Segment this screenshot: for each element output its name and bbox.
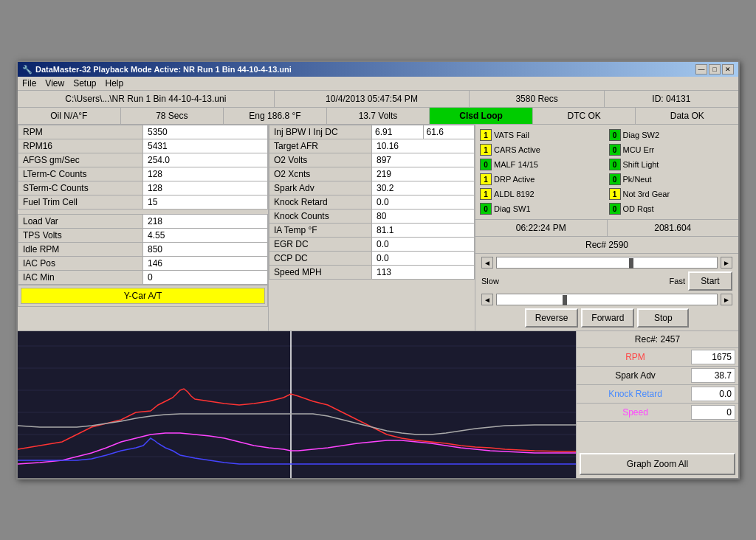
info-row-2: Oil N/A°F 78 Secs Eng 186.8 °F 13.7 Volt… xyxy=(18,108,738,125)
close-btn[interactable]: ✕ xyxy=(722,64,734,75)
row-value: 113 xyxy=(372,266,475,280)
y-car-row: Y-Car A/T xyxy=(18,285,268,307)
forward-button[interactable]: Forward xyxy=(581,308,634,328)
secs-cell: 78 Secs xyxy=(121,108,224,124)
seek-left-btn[interactable]: ◄ xyxy=(481,257,493,269)
indicator-label: Diag SW2 xyxy=(623,131,660,139)
indicator-right: 0Diag SW20MCU Err0Shift Light0Pk/Neut1No… xyxy=(608,128,736,216)
start-button[interactable]: Start xyxy=(688,271,732,291)
row-label: Knock Retard xyxy=(269,195,372,210)
row-value: 218 xyxy=(143,215,268,229)
chart-stat-item: Speed0 xyxy=(577,404,738,422)
table-row: AFGS gm/Sec254.0 xyxy=(18,153,268,167)
indicator-label: DRP Active xyxy=(494,175,535,184)
row-label: Target AFR xyxy=(269,139,372,153)
table-row: Knock Counts80 xyxy=(269,210,475,224)
row-value: 4.55 xyxy=(143,229,268,243)
reverse-button[interactable]: Reverse xyxy=(525,308,579,328)
table-row: O2 Xcnts219 xyxy=(269,167,475,181)
row-value: 0.0 xyxy=(372,252,475,266)
slow-label: Slow xyxy=(481,277,499,285)
indicator-box: 0 xyxy=(609,129,621,141)
datetime-cell: 10/4/2013 05:47:54 PM xyxy=(275,91,470,107)
row-value: 30.2 xyxy=(372,181,475,195)
table-row: Load Var218 xyxy=(18,215,268,229)
chart-stat-value: 38.7 xyxy=(691,368,735,383)
table-row: IA Temp °F81.1 xyxy=(269,224,475,238)
main-window: 🔧 DataMaster-32 Playback Mode Active: NR… xyxy=(16,60,740,480)
row-value: 10.16 xyxy=(372,139,475,153)
row-value: 0.0 xyxy=(372,195,475,210)
indicator-box: 0 xyxy=(609,173,621,185)
menu-view[interactable]: View xyxy=(45,78,64,89)
dtc-cell: DTC OK xyxy=(533,108,636,124)
chart-stat-label: RPM xyxy=(580,350,691,364)
table-row: O2 Volts897 xyxy=(269,153,475,167)
menu-help[interactable]: Help xyxy=(106,78,124,89)
row-value: 81.1 xyxy=(372,224,475,238)
speed-right-btn[interactable]: ► xyxy=(721,294,732,305)
row-label: Load Var xyxy=(18,215,143,229)
row-value: 254.0 xyxy=(143,153,268,167)
indicator-item: 0Diag SW1 xyxy=(478,201,607,216)
table-row: Spark Adv30.2 xyxy=(269,181,475,195)
chart-canvas xyxy=(18,331,576,478)
row-value: 146 xyxy=(143,257,268,271)
indicator-item: 0Pk/Neut xyxy=(608,172,736,187)
left-data-table2: Load Var218TPS Volts4.55Idle RPM850IAC P… xyxy=(18,214,268,285)
row-label: STerm-C Counts xyxy=(18,181,143,195)
table-row: Target AFR10.16 xyxy=(269,139,475,153)
indicator-box: 1 xyxy=(480,129,492,141)
row-label: IAC Pos xyxy=(18,257,143,271)
y-car-cell: Y-Car A/T xyxy=(21,288,265,304)
indicator-box: 1 xyxy=(480,144,492,156)
speed-slider[interactable] xyxy=(496,294,718,305)
row-value: 0.0 xyxy=(372,238,475,252)
seek-right-btn[interactable]: ► xyxy=(721,257,732,269)
oil-cell: Oil N/A°F xyxy=(18,108,121,124)
playback-area: ◄ ► Slow Fast Start ◄ xyxy=(475,254,738,330)
indicator-box: 0 xyxy=(609,159,621,170)
middle-panel: Inj BPW I Inj DC6.9161.6Target AFR10.16O… xyxy=(269,125,475,330)
minimize-btn[interactable]: — xyxy=(695,64,707,75)
row-value: 5350 xyxy=(143,125,268,139)
seek-slider[interactable] xyxy=(496,257,718,269)
row-label: CCP DC xyxy=(269,252,372,266)
time-cell: 06:22:24 PM xyxy=(475,220,608,236)
row-label: RPM xyxy=(18,125,143,139)
row-value: 0 xyxy=(143,271,268,285)
indicator-grid: 1VATS Fail1CARS Active0MALF 14/151DRP Ac… xyxy=(475,125,738,219)
row-label: EGR DC xyxy=(269,238,372,252)
row-label: Fuel Trim Cell xyxy=(18,195,143,210)
chart-stat-item: Spark Adv38.7 xyxy=(577,367,738,385)
indicator-item: 1Not 3rd Gear xyxy=(608,187,736,201)
speed-left-btn[interactable]: ◄ xyxy=(481,294,493,305)
zoom-all-button[interactable]: Graph Zoom All xyxy=(580,453,735,475)
fast-label: Fast xyxy=(670,277,685,285)
indicator-item: 1ALDL 8192 xyxy=(478,187,607,201)
menu-setup[interactable]: Setup xyxy=(73,78,96,89)
chart-stat-value: 1675 xyxy=(691,350,735,364)
filepath-cell: C:\Users\...\NR Run 1 Bin 44-10-4-13.uni xyxy=(18,91,275,107)
stop-button[interactable]: Stop xyxy=(637,308,689,328)
row-label: IAC Min xyxy=(18,271,143,285)
menu-bar: File View Setup Help xyxy=(18,77,738,91)
indicator-box: 0 xyxy=(609,203,621,215)
indicator-left: 1VATS Fail1CARS Active0MALF 14/151DRP Ac… xyxy=(478,128,607,216)
table-row: Fuel Trim Cell15 xyxy=(18,195,268,210)
row-label: O2 Volts xyxy=(269,153,372,167)
maximize-btn[interactable]: □ xyxy=(709,64,721,75)
indicator-item: 1CARS Active xyxy=(478,142,607,157)
rec-row: Rec# 2590 xyxy=(475,237,738,254)
row-value: 6.9161.6 xyxy=(372,125,475,139)
row-label: Knock Counts xyxy=(269,210,372,224)
chart-stats: RPM1675Spark Adv38.7Knock Retard0.0Speed… xyxy=(577,348,738,422)
middle-data-table: Inj BPW I Inj DC6.9161.6Target AFR10.16O… xyxy=(269,125,475,280)
app-icon: 🔧 xyxy=(22,65,32,75)
table-row: IAC Min0 xyxy=(18,271,268,285)
indicator-box: 1 xyxy=(480,173,492,185)
id-cell: ID: 04131 xyxy=(605,91,738,107)
menu-file[interactable]: File xyxy=(22,78,36,89)
indicator-item: 0Shift Light xyxy=(608,157,736,172)
seek-slider-row: ◄ ► xyxy=(481,257,732,269)
